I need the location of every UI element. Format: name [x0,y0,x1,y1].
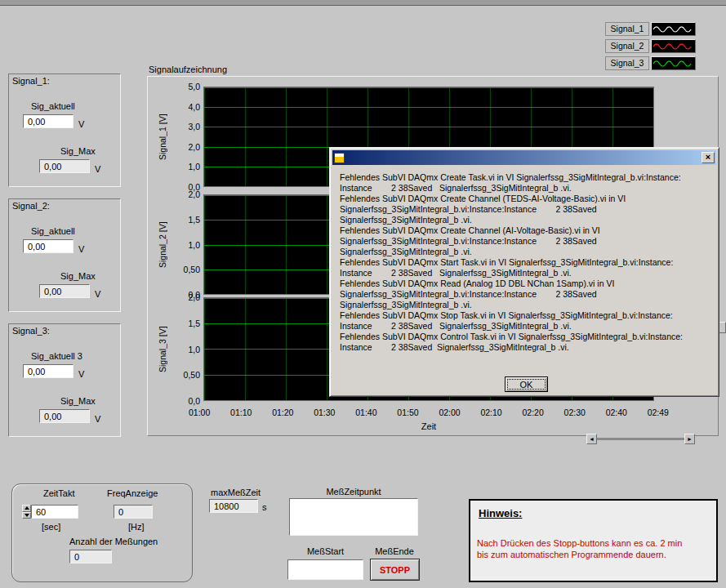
dialog-message-line: Fehlendes SubVI DAQmx Create Channel (AI… [340,225,714,236]
dialog-message-line: Instance 2 38Saved Signalerfssg_3SigMitI… [340,321,714,332]
unit-label: V [78,119,84,129]
chart-scrollbar-track[interactable] [597,434,684,444]
ok-button[interactable]: OK [505,376,548,392]
unit-label: V [78,369,84,379]
dialog-message-line: Fehlendes SubVI DAQmx Create Channel (TE… [340,194,714,204]
stopp-button[interactable]: STOPP [370,559,420,581]
dialog-titlebar[interactable]: × [332,150,716,165]
hinweis-title: Hinweis: [479,507,522,519]
dialog-message-line: Signalerfssg_3SigMitIntegral_b.vi:Instan… [340,236,714,247]
scroll-left-icon[interactable]: ◄ [586,434,597,444]
anzahl-indicator: 0 [69,550,112,564]
dialog-message-line: Fehlendes SubVI DAQmx Stop Task.vi in VI… [340,310,714,321]
sig-max-label: Sig_Max [60,271,96,281]
dialog-message-line: Signalerfssg_3SigMitIntegral_b.vi:Instan… [340,204,714,215]
signal3-panel-title: Signal_3: [12,326,50,336]
y-ticks-signal1: 5,04,03,02,01,00,0 [169,82,200,192]
zeittakt-input[interactable]: 60 [31,505,78,519]
freqanzeige-label: FreqAnzeige [107,488,158,498]
sig-aktuell-input[interactable]: 0,00 [23,239,73,253]
x-tick: 01:20 [272,408,293,417]
waveform-style-icon[interactable] [651,56,696,70]
x-tick: 01:50 [397,408,418,417]
y-tick: 2,0 [188,189,200,199]
x-tick: 02:40 [606,408,627,417]
hz-unit-label: [Hz] [128,522,145,532]
y-tick: 1,0 [188,345,200,354]
y-tick: 0,0 [188,396,200,406]
scroll-right-icon[interactable]: ► [684,434,695,444]
chart-title: Signalaufzeichnung [149,65,227,74]
sig-aktuell-input[interactable]: 0,00 [23,114,73,128]
messstart-label: MeßStart [287,546,363,556]
y-tick: 2,0 [188,142,200,152]
sig-aktuell-label: Sig_aktuell 3 [31,351,82,361]
sig-max-indicator: 0,00 [39,159,90,173]
unit-label: V [95,289,100,299]
maxmesszeit-indicator: 10800 [209,499,258,513]
window-scrollbar-fragment[interactable] [719,322,726,333]
legend-item[interactable]: Signal_2 [605,39,696,53]
signal2-panel-title: Signal_2: [12,201,50,211]
y-tick: 4,0 [188,102,200,112]
dialog-message-line: Fehlendes SubVI DAQmx Read (Analog 1D DB… [340,278,714,289]
x-tick: 02:00 [439,408,460,417]
dialog-message-line: Fehlendes SubVI DAQmx Control Task.vi in… [340,332,714,342]
y-tick: 3,0 [188,122,200,131]
waveform-style-icon[interactable] [651,39,696,53]
signal1-panel-title: Signal_1: [12,76,50,86]
dialog-message-line: Instance 2 38Saved Signalerfssg_3SigMitI… [340,268,714,278]
plot-legend: Signal_1 Signal_2 Signal_3 [605,22,696,74]
decrement-icon[interactable] [22,512,31,519]
window-top-edge [0,0,726,6]
messstart-indicator [287,559,363,580]
legend-item-label: Signal_3 [605,56,649,70]
sig-aktuell-input[interactable]: 0,00 [23,364,73,378]
maxmesszeit-label: maxMeßZeit [211,488,261,497]
dialog-message-line: Fehlendes SubVI DAQmx Start Task.vi in V… [340,257,714,268]
signal3-panel: Signal_3: Sig_aktuell 3 0,00 V Sig_Max 0… [8,323,121,437]
increment-icon[interactable] [22,505,31,512]
x-tick: 02:49 [648,408,669,417]
x-tick: 01:10 [230,408,252,417]
unit-label: V [95,164,100,174]
hinweis-text-line1: Nach Drücken des Stopp-buttons kann es c… [477,538,682,548]
unit-label: V [78,244,84,254]
y-axis-label-signal3: Signal_3 [V] [158,297,169,401]
x-tick: 02:10 [480,408,501,417]
signal1-panel: Signal_1: Sig_aktuell 0,00 V Sig_Max 0,0… [8,74,121,187]
sec-unit-label: [sec] [42,522,60,532]
sig-max-label: Sig_Max [60,146,96,156]
y-tick: 1,5 [188,318,200,328]
sig-aktuell-label: Sig_aktuell [31,101,75,111]
y-tick: 5,0 [188,82,200,91]
vi-app-icon [334,153,345,163]
legend-item[interactable]: Signal_1 [605,22,696,36]
zeittakt-stepper[interactable] [22,505,31,519]
sig-max-indicator: 0,00 [39,284,90,298]
dialog-message-line: Fehlendes SubVI DAQmx Create Task.vi in … [340,172,714,183]
y-ticks-signal3: 2,01,51,00,500,0 [169,292,200,406]
legend-item-label: Signal_1 [605,22,649,36]
waveform-style-icon[interactable] [651,22,696,36]
legend-item[interactable]: Signal_3 [605,56,696,70]
timing-control-cluster: ZeitTakt FreqAnzeige 60 [sec] 0 [Hz] Anz… [11,483,193,582]
x-axis-ticks: 01:0001:1001:2001:3001:4001:5002:0002:10… [189,408,669,417]
s-unit-label: s [262,502,267,512]
y-axis-label-signal1: Signal_1 [V] [158,87,169,187]
zeittakt-label: ZeitTakt [43,488,75,498]
y-tick: 0,50 [184,265,200,274]
close-icon[interactable]: × [702,152,715,163]
signal2-panel: Signal_2: Sig_aktuell 0,00 V Sig_Max 0,0… [8,198,121,312]
dialog-message-line: Signalerfssg_3SigMitIntegral_b .vi. [340,247,714,257]
hinweis-text-line2: bis zum automatischen Programmende dauer… [477,550,666,559]
sig-max-label: Sig_Max [60,396,96,406]
unit-label: V [95,414,100,424]
messende-label: MeßEnde [369,546,420,556]
y-tick: 1,5 [188,215,200,225]
x-tick: 02:20 [523,408,544,417]
x-tick: 01:40 [355,408,376,417]
chart-x-scrollbar[interactable]: ◄ ► [586,434,695,444]
hinweis-box: Hinweis: Nach Drücken des Stopp-buttons … [469,499,718,582]
sig-max-indicator: 0,00 [39,409,90,423]
